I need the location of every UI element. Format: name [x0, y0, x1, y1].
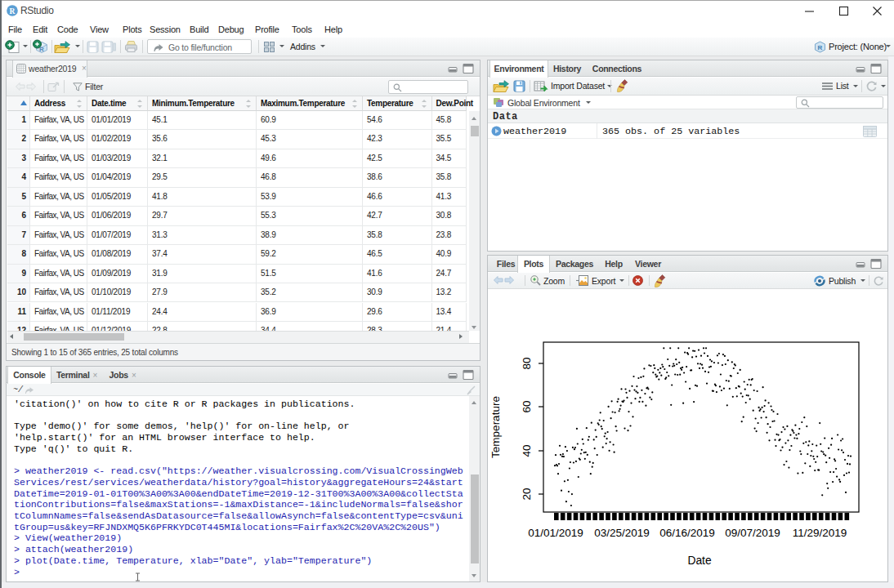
svg-text:01/01/2019: 01/01/2019 [528, 527, 583, 539]
svg-text:06/16/2019: 06/16/2019 [659, 527, 715, 539]
svg-text:R: R [818, 44, 823, 51]
svg-text:03/25/2019: 03/25/2019 [594, 527, 650, 539]
svg-text:20: 20 [521, 488, 533, 500]
svg-text:60: 60 [521, 400, 533, 412]
svg-text:09/07/2019: 09/07/2019 [725, 527, 780, 539]
svg-text:40: 40 [521, 444, 533, 457]
svg-text:11/29/2019: 11/29/2019 [793, 527, 847, 539]
svg-text:Temperature: Temperature [489, 396, 502, 458]
svg-text:Date: Date [687, 555, 711, 567]
svg-text:R: R [10, 7, 16, 16]
svg-text:80: 80 [521, 357, 533, 369]
